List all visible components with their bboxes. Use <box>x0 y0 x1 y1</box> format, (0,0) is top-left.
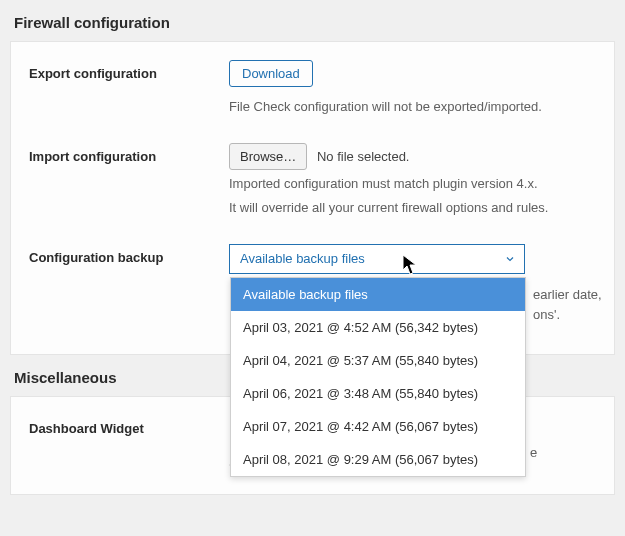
export-row: Export configuration Download File Check… <box>29 60 596 117</box>
backup-option[interactable]: April 03, 2021 @ 4:52 AM (56,342 bytes) <box>231 311 525 344</box>
backup-option[interactable]: April 08, 2021 @ 9:29 AM (56,067 bytes) <box>231 443 525 476</box>
backup-select[interactable]: Available backup files <box>229 244 525 274</box>
chevron-down-icon <box>504 253 516 265</box>
dashboard-label: Dashboard Widget <box>29 415 229 436</box>
backup-hint-frag2: ons'. <box>533 305 560 325</box>
export-label: Export configuration <box>29 60 229 81</box>
browse-button[interactable]: Browse… <box>229 143 307 170</box>
backup-label: Configuration backup <box>29 244 229 265</box>
backup-dropdown: Available backup filesApril 03, 2021 @ 4… <box>230 277 526 477</box>
import-note-1: Imported configuration must match plugin… <box>229 174 596 194</box>
import-label: Import configuration <box>29 143 229 164</box>
backup-option[interactable]: Available backup files <box>231 278 525 311</box>
download-button[interactable]: Download <box>229 60 313 87</box>
file-selected-status: No file selected. <box>317 149 410 164</box>
backup-option[interactable]: April 06, 2021 @ 3:48 AM (55,840 bytes) <box>231 377 525 410</box>
import-note-2: It will override all your current firewa… <box>229 198 596 218</box>
export-note: File Check configuration will not be exp… <box>229 97 596 117</box>
backup-select-value: Available backup files <box>240 249 365 269</box>
import-row: Import configuration Browse… No file sel… <box>29 143 596 218</box>
section-title-firewall: Firewall configuration <box>10 0 615 41</box>
backup-hint-frag1: earlier date, <box>533 285 602 305</box>
backup-option[interactable]: April 07, 2021 @ 4:42 AM (56,067 bytes) <box>231 410 525 443</box>
backup-row: Configuration backup Available backup fi… <box>29 244 596 274</box>
backup-option[interactable]: April 04, 2021 @ 5:37 AM (55,840 bytes) <box>231 344 525 377</box>
dashboard-frag1: e <box>530 443 537 463</box>
